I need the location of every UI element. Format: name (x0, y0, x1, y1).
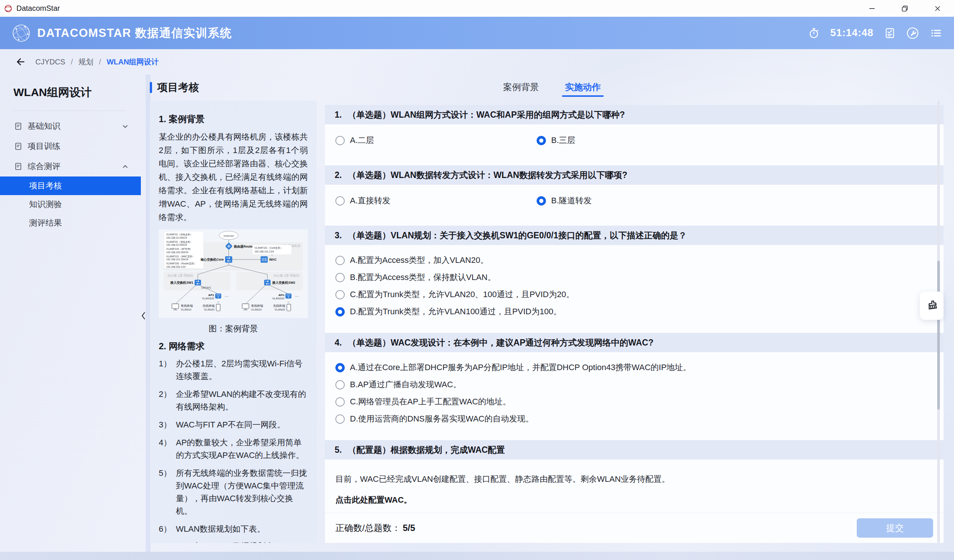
scrollbar-thumb[interactable] (937, 261, 940, 409)
config-status-text: 目前，WAC已经完成VLAN创建配置、接口配置、静态路由配置等。剩余WLAN业务… (335, 474, 933, 485)
svg-text:APn: APn (278, 293, 284, 297)
report-button[interactable] (884, 27, 896, 39)
sidebar-collapse-handle[interactable] (139, 308, 148, 323)
breadcrumb-separator: / (99, 58, 101, 66)
question-5-header: 5. （配置题）根据数据规划，完成WAC配置 (325, 440, 943, 459)
sidebar-item-project-exam[interactable]: 项目考核 (0, 176, 141, 195)
option-a[interactable]: A.配置为Access类型，加入VLAN20。 (335, 255, 933, 266)
requirement-item: 2）企业希望WLAN的构建不改变现有的有线网络架构。 (159, 388, 308, 413)
question-text: （单选题）WLAN组网方式设计：WAC和AP采用的组网方式是以下哪种? (348, 109, 625, 120)
option-b[interactable]: B.三层 (537, 135, 933, 146)
menu-button[interactable] (929, 27, 943, 39)
score-footer: 正确数/总题数： 5/5 提交 (325, 513, 943, 543)
minimize-icon (868, 5, 876, 12)
svg-text:192.168.200.1/24: 192.168.200.1/24 (166, 266, 186, 268)
sidebar-item-results[interactable]: 测评结果 (0, 214, 141, 232)
title-accent-bar (150, 82, 152, 93)
minimize-button[interactable] (856, 0, 889, 17)
close-icon (934, 5, 942, 12)
radio-selected[interactable] (537, 196, 546, 205)
svg-text:有线终端: 有线终端 (181, 304, 193, 308)
svg-text:有线终端: 有线终端 (251, 304, 263, 308)
svg-text:192.168.101.254/24: 192.168.101.254/24 (166, 258, 189, 261)
restore-button[interactable] (889, 0, 921, 17)
svg-text:办公楼 2层 弱电间: 办公楼 2层 弱电间 (274, 274, 299, 277)
option-b[interactable]: B.隧道转发 (537, 195, 933, 206)
sidebar-item-assessment[interactable]: 综合测评 (0, 156, 141, 176)
more-aps-ellipsis: ··· (225, 294, 228, 299)
svg-text:VLAN100: VLAN100 (202, 297, 214, 300)
radio-unselected[interactable] (335, 273, 345, 282)
broom-icon (925, 299, 938, 312)
radio-selected[interactable] (537, 136, 546, 145)
window-titlebar: DatacomStar (0, 0, 954, 17)
questions-scroll-area[interactable]: 1. （单选题）WLAN组网方式设计：WAC和AP采用的组网方式是以下哪种? A… (325, 105, 943, 513)
svg-text:VLAN10: VLAN10 (181, 308, 191, 311)
configure-wac-link[interactable]: 点击此处配置WAC。 (335, 495, 933, 506)
sidebar-item-training[interactable]: 项目训练 (0, 136, 141, 156)
svg-text:VLANIF10（有线业务）: VLANIF10（有线业务） (166, 233, 193, 236)
tab-case-background[interactable]: 案例背景 (501, 81, 541, 95)
svg-text:核心交换机Core: 核心交换机Core (200, 258, 224, 261)
radio-unselected[interactable] (335, 136, 345, 145)
option-d[interactable]: D.使用运营商的DNS服务器实现WAC的自动发现。 (335, 413, 933, 425)
main-header: 项目考核 案例背景 实施动作 (150, 75, 954, 101)
submit-button[interactable]: 提交 (857, 518, 933, 538)
option-c[interactable]: C.网络管理员在AP上手工配置WAC的地址。 (335, 396, 933, 408)
svg-text:接入交换机SW2: 接入交换机SW2 (272, 281, 296, 285)
requirement-item: 3）WAC与FIT AP不在同一网段。 (159, 418, 308, 431)
svg-text:AP1: AP1 (208, 293, 214, 297)
main-scrollbar[interactable] (937, 101, 940, 543)
more-aps-ellipsis: ··· (295, 294, 299, 299)
option-d[interactable]: D.配置为Trunk类型，允许VLAN100通过，且PVID为100。 (335, 306, 933, 317)
breadcrumb-level1[interactable]: 规划 (79, 57, 94, 67)
tab-bar: 案例背景 实施动作 (501, 75, 603, 101)
option-a[interactable]: A.直接转发 (335, 195, 537, 206)
close-button[interactable] (921, 0, 954, 17)
document-icon (14, 162, 22, 171)
wac-note-box: VLANIF101（Core互联） 192.168.101.1/24 (252, 245, 292, 255)
chevron-up-icon[interactable] (122, 164, 128, 169)
question-text: （单选题）WAC发现设计：在本例中，建议AP通过何种方式发现网络中的WAC? (348, 337, 653, 348)
sidebar-divider (13, 110, 126, 111)
radio-unselected[interactable] (335, 380, 345, 389)
window-controls (856, 0, 954, 17)
internet-cloud: Internet (219, 231, 238, 240)
radio-unselected[interactable] (335, 196, 345, 205)
option-a[interactable]: A.二层 (335, 135, 537, 146)
menu-list-icon (929, 27, 943, 39)
chevron-down-icon[interactable] (122, 124, 128, 128)
sidebar-item-knowledge-quiz[interactable]: 知识测验 (0, 195, 141, 214)
option-a[interactable]: A.通过在Core上部署DHCP服务为AP分配IP地址，并配置DHCP Opti… (335, 362, 933, 373)
radio-selected[interactable] (335, 363, 345, 372)
radio-unselected[interactable] (335, 414, 345, 424)
radio-selected[interactable] (335, 307, 345, 316)
app-window: DatacomStar DATACOMSTAR (0, 0, 954, 560)
content-layout: WLAN组网设计 基础知识 项目训练 (0, 75, 954, 560)
wireless-terminal-left: 无线终端 VLAN20 (203, 304, 220, 311)
report-icon (884, 27, 896, 39)
option-b[interactable]: B.AP通过广播自动发现WAC。 (335, 379, 933, 390)
svg-text:VLAN100: VLAN100 (273, 297, 285, 300)
svg-text:VLAN20: VLAN20 (204, 308, 214, 311)
tab-implementation[interactable]: 实施动作 (563, 81, 603, 95)
requirement-item: 1）办公楼1层、2层均需实现Wi-Fi信号连续覆盖。 (159, 358, 308, 383)
radio-unselected[interactable] (335, 256, 345, 265)
content-row: 1. 案例背景 某企业的办公楼具有网络机房，该楼栋共2层，如下图所示，1层及2层… (150, 101, 954, 543)
sidebar-item-basics[interactable]: 基础知识 (0, 116, 141, 136)
breadcrumb-current: WLAN组网设计 (107, 57, 159, 67)
clean-topology-button[interactable] (920, 292, 943, 320)
questions-panel: 1. （单选题）WLAN组网方式设计：WAC和AP采用的组网方式是以下哪种? A… (325, 101, 943, 543)
option-c[interactable]: C.配置为Trunk类型，允许VLAN20、100通过，且PVID为20。 (335, 289, 933, 300)
option-b[interactable]: B.配置为Access类型，保持默认VLAN。 (335, 272, 933, 283)
radio-unselected[interactable] (335, 397, 345, 407)
case-topology-diagram: 办公楼 网络机房 办公楼 1层 弱电间 办公楼 2层 弱电间 (159, 229, 308, 318)
breadcrumb-root[interactable]: CJYDCS (36, 58, 65, 66)
wireless-terminal-right: 无线终端 VLAN20 (273, 304, 291, 311)
question-number: 3. (335, 230, 342, 241)
back-button[interactable] (12, 56, 28, 68)
svg-text:Internet: Internet (224, 234, 234, 238)
tools-button[interactable] (906, 27, 919, 39)
window-title: DatacomStar (16, 4, 60, 12)
radio-unselected[interactable] (335, 290, 345, 299)
